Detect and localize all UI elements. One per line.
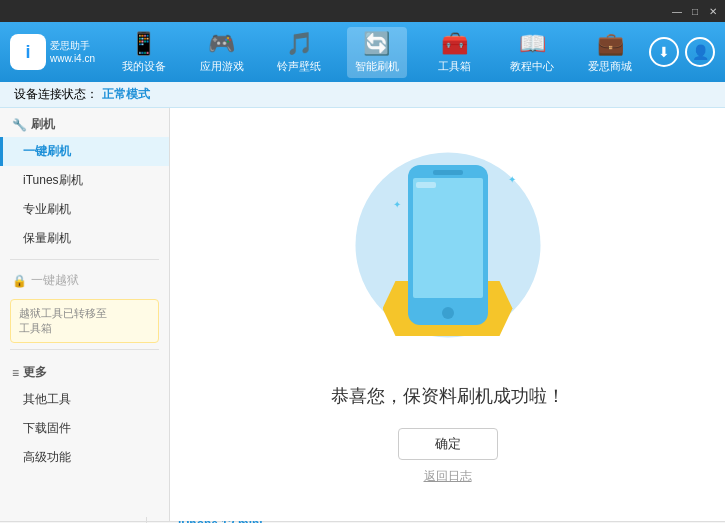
nav-tutorials[interactable]: 📖 教程中心	[502, 27, 562, 78]
sidebar-item-other-tools[interactable]: 其他工具	[0, 385, 169, 414]
nav-shop[interactable]: 💼 爱思商城	[580, 27, 640, 78]
tutorials-icon: 📖	[519, 31, 546, 57]
shop-icon: 💼	[597, 31, 624, 57]
apps-games-icon: 🎮	[208, 31, 235, 57]
nav-smart-store[interactable]: 🔄 智能刷机	[347, 27, 407, 78]
download-button[interactable]: ⬇	[649, 37, 679, 67]
sidebar: 🔧 刷机 一键刷机 iTunes刷机 专业刷机 保量刷机 🔒 一键越狱 越狱工具…	[0, 108, 170, 521]
confirm-button[interactable]: 确定	[398, 428, 498, 460]
nav-apps-games[interactable]: 🎮 应用游戏	[192, 27, 252, 78]
sidebar-divider-1	[10, 259, 159, 260]
title-bar: — □ ✕	[0, 0, 725, 22]
sidebar-section-flash: 🔧 刷机	[0, 108, 169, 137]
close-button[interactable]: ✕	[705, 3, 721, 19]
sidebar-section-more: ≡ 更多	[0, 356, 169, 385]
maximize-button[interactable]: □	[687, 3, 703, 19]
logo-text: 爱思助手 www.i4.cn	[50, 39, 95, 65]
nav-items: 📱 我的设备 🎮 应用游戏 🎵 铃声壁纸 🔄 智能刷机 🧰 工具箱 📖 教程中心…	[105, 27, 649, 78]
svg-rect-1	[413, 178, 483, 298]
ringtones-icon: 🎵	[286, 31, 313, 57]
nav-bar: i 爱思助手 www.i4.cn 📱 我的设备 🎮 应用游戏 🎵 铃声壁纸 🔄 …	[0, 22, 725, 82]
sidebar-item-download-firmware[interactable]: 下载固件	[0, 414, 169, 443]
svg-point-3	[442, 307, 454, 319]
flash-section-icon: 🔧	[12, 118, 27, 132]
nav-right: ⬇ 👤	[649, 37, 715, 67]
nav-toolbox[interactable]: 🧰 工具箱	[425, 27, 485, 78]
main-area: 🔧 刷机 一键刷机 iTunes刷机 专业刷机 保量刷机 🔒 一键越狱 越狱工具…	[0, 108, 725, 521]
nav-ringtones[interactable]: 🎵 铃声壁纸	[269, 27, 329, 78]
success-message: 恭喜您，保资料刷机成功啦！	[331, 384, 565, 408]
device-status-label: 设备连接状态：	[14, 86, 98, 103]
user-button[interactable]: 👤	[685, 37, 715, 67]
device-status-value: 正常模式	[102, 86, 150, 103]
logo: i 爱思助手 www.i4.cn	[10, 34, 95, 70]
svg-rect-4	[416, 182, 436, 188]
phone-illustration	[398, 160, 498, 330]
sparkle-3: ✦	[508, 174, 516, 185]
nav-my-device[interactable]: 📱 我的设备	[114, 27, 174, 78]
svg-rect-2	[433, 170, 463, 175]
sidebar-section-jailbreak: 🔒 一键越狱	[0, 266, 169, 293]
my-device-icon: 📱	[130, 31, 157, 57]
toolbox-icon: 🧰	[441, 31, 468, 57]
sidebar-divider-2	[10, 349, 159, 350]
sidebar-item-save-data-flash[interactable]: 保量刷机	[0, 224, 169, 253]
content-area: ✦ ✦ ✦ NEW 恭喜您，保资料刷机成功啦！ 确	[170, 108, 725, 521]
more-section-icon: ≡	[12, 366, 19, 380]
sidebar-item-advanced[interactable]: 高级功能	[0, 443, 169, 472]
sidebar-item-itunes-flash[interactable]: iTunes刷机	[0, 166, 169, 195]
logo-icon: i	[10, 34, 46, 70]
sidebar-item-pro-flash[interactable]: 专业刷机	[0, 195, 169, 224]
sidebar-jailbreak-notice: 越狱工具已转移至工具箱	[10, 299, 159, 343]
smart-store-icon: 🔄	[363, 31, 390, 57]
minimize-button[interactable]: —	[669, 3, 685, 19]
cancel-link[interactable]: 返回日志	[424, 468, 472, 485]
lock-icon: 🔒	[12, 274, 27, 288]
illustration: ✦ ✦ ✦ NEW	[338, 144, 558, 364]
sidebar-item-one-click-flash[interactable]: 一键刷机	[0, 137, 169, 166]
